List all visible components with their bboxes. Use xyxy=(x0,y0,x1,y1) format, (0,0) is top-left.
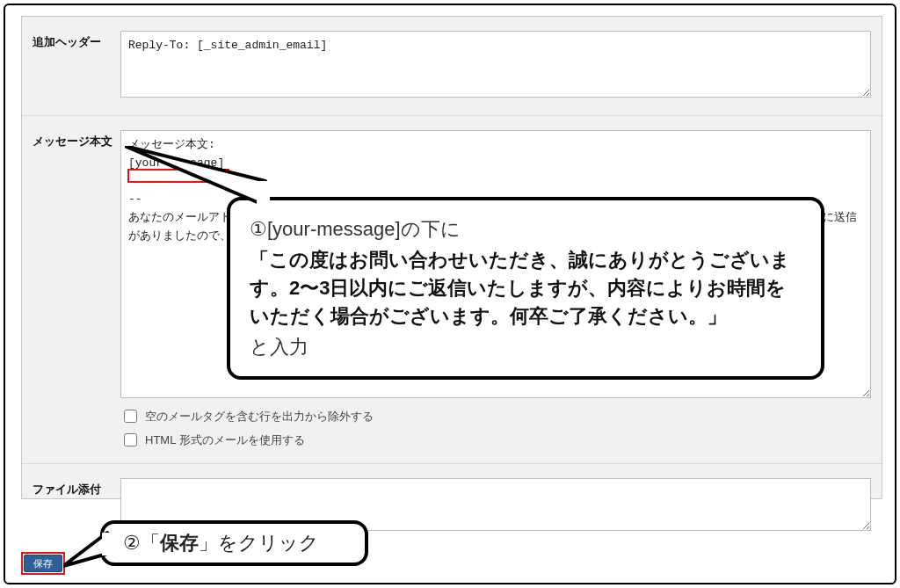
screenshot-frame: 追加ヘッダー メッセージ本文 空のメールタグを含む行を出力から除外する HTML… xyxy=(4,4,896,584)
label-message-body: メッセージ本文 xyxy=(33,130,120,149)
highlight-save-button: 保存 xyxy=(21,552,65,575)
svg-marker-3 xyxy=(102,533,114,555)
save-button[interactable]: 保存 xyxy=(24,555,62,572)
svg-marker-2 xyxy=(63,533,107,566)
checkbox-use-html[interactable] xyxy=(124,433,137,446)
checkbox-exclude-empty-tag[interactable] xyxy=(124,410,137,423)
checkbox-row-html: HTML 形式のメールを使用する xyxy=(120,431,871,449)
callout1-line1: ①[your-message]の下に xyxy=(250,216,802,243)
callout2-pointer-icon xyxy=(63,529,116,571)
callout2-post: 」をクリック xyxy=(199,532,319,554)
checkbox-label-html: HTML 形式のメールを使用する xyxy=(145,432,305,448)
checkbox-row-empty-tag: 空のメールタグを含む行を出力から除外する xyxy=(120,407,871,425)
callout-instruction-2: ②「保存」をクリック xyxy=(100,520,368,566)
callout2-text: ②「保存」をクリック xyxy=(123,530,319,556)
label-additional-headers: 追加ヘッダー xyxy=(33,31,120,50)
checkbox-label-empty-tag: 空のメールタグを含む行を出力から除外する xyxy=(145,409,374,425)
svg-marker-1 xyxy=(257,181,270,207)
callout-instruction-1: ①[your-message]の下に 「この度はお問い合わせいただき、誠にありが… xyxy=(227,197,824,380)
callout1-line2: 「この度はお問い合わせいただき、誠にありがとうございます。2〜3日以内にご返信い… xyxy=(250,246,802,330)
callout2-pre: ②「 xyxy=(123,532,160,554)
callout1-line3: と入力 xyxy=(250,334,802,360)
input-additional-headers[interactable] xyxy=(120,31,871,98)
callout1-pointer-icon xyxy=(125,146,274,216)
callout2-bold: 保存 xyxy=(160,532,199,554)
row-additional-headers: 追加ヘッダー xyxy=(22,17,882,116)
svg-marker-0 xyxy=(125,146,265,206)
label-file-attach: ファイル添付 xyxy=(33,478,120,497)
